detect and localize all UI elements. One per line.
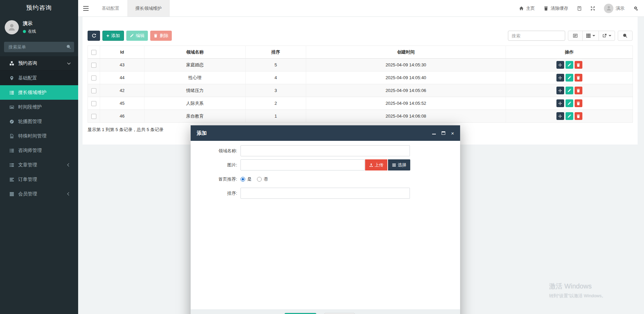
sidebar-item-label: 会员管理 (18, 191, 37, 197)
refresh-icon (92, 33, 96, 38)
row-delete-button[interactable] (575, 99, 582, 107)
close-icon[interactable]: × (451, 131, 454, 136)
detail-view-button[interactable] (568, 31, 583, 41)
recommend-no-option[interactable]: 否 (257, 176, 268, 182)
table-row[interactable]: 46 亲自教育 1 2025-04-09 14:06:08 (88, 110, 633, 123)
recommend-yes-option[interactable]: 是 (240, 176, 252, 182)
sidebar-item-timeslot[interactable]: 时间段维护 (0, 100, 78, 114)
radio-selected-icon[interactable] (240, 177, 245, 182)
user-avatar (5, 20, 19, 34)
row-delete-button[interactable] (575, 61, 582, 69)
table-search-input[interactable] (508, 31, 565, 41)
maximize-icon[interactable] (442, 131, 445, 135)
sidebar-toggle-button[interactable] (78, 0, 94, 17)
drag-sort-button[interactable] (556, 87, 564, 94)
fullscreen-button[interactable] (590, 6, 595, 11)
upload-button[interactable]: 上传 (365, 159, 387, 170)
row-checkbox[interactable] (91, 75, 96, 81)
row-checkbox[interactable] (91, 114, 96, 119)
export-dropdown-button[interactable] (599, 31, 615, 41)
form-row-recommend: 首页推荐: 是 否 (197, 174, 453, 185)
row-edit-button[interactable] (566, 61, 573, 69)
tab-basic-config[interactable]: 基础配置 (94, 0, 127, 17)
row-edit-button[interactable] (566, 112, 573, 120)
topbar: 基础配置 擅长领域维护 主页 清除缓存 演示 (78, 0, 644, 17)
topbar-user[interactable]: 演示 (604, 4, 624, 13)
tab-domain-maintenance[interactable]: 擅长领域维护 (127, 0, 170, 17)
topbar-avatar (604, 4, 613, 13)
sidebar-item-consultant[interactable]: 咨询师管理 (0, 143, 78, 158)
column-header-created[interactable]: 创建时间 (306, 46, 506, 59)
sidebar-item-basic-config[interactable]: 基础配置 (0, 71, 78, 85)
image-field[interactable] (240, 159, 365, 170)
cell-name: 家庭婚恋 (144, 59, 246, 71)
table-row[interactable]: 42 情绪压力 3 2025-04-09 14:05:06 (88, 84, 633, 97)
minimize-icon[interactable] (432, 132, 436, 134)
dialog-titlebar[interactable]: 添加 × (191, 125, 460, 141)
row-checkbox[interactable] (91, 101, 96, 106)
row-delete-button[interactable] (575, 112, 582, 120)
cell-created: 2025-04-09 14:06:08 (306, 110, 506, 123)
refresh-button[interactable] (88, 31, 100, 41)
cell-sort: 5 (246, 59, 306, 71)
sidebar-item-appointment[interactable]: 预约咨询 (0, 56, 78, 71)
sidebar-item-member[interactable]: 会员管理 (0, 187, 78, 201)
user-info: 演示 在线 (23, 21, 36, 34)
user-status: 在线 (23, 29, 36, 34)
name-field[interactable] (240, 145, 410, 156)
settings-button[interactable] (633, 6, 638, 11)
sidebar-item-article[interactable]: 文章管理 (0, 158, 78, 172)
sidebar-item-label: 轮播图管理 (18, 119, 42, 125)
add-button[interactable]: + 添加 (102, 31, 124, 41)
cell-name: 亲自教育 (144, 110, 246, 123)
table-row[interactable]: 45 人际关系 2 2025-04-09 14:05:52 (88, 97, 633, 110)
choose-button[interactable]: 选择 (388, 159, 410, 170)
pencil-icon (567, 63, 571, 67)
chevron-left-icon (67, 192, 71, 196)
pencil-icon (567, 89, 571, 93)
list-icon (9, 163, 14, 167)
select-all-checkbox[interactable] (91, 50, 96, 55)
column-header-sort[interactable]: 排序 (246, 46, 306, 59)
table-row[interactable]: 44 性心理 4 2025-04-09 14:05:40 (88, 71, 633, 84)
column-header-id[interactable]: Id (100, 46, 144, 59)
cell-created: 2025-04-09 14:05:30 (306, 59, 506, 71)
row-edit-button[interactable] (566, 74, 573, 82)
home-button[interactable]: 主页 (519, 5, 535, 11)
row-delete-button[interactable] (575, 87, 582, 94)
row-checkbox[interactable] (91, 63, 96, 68)
drag-sort-button[interactable] (556, 74, 564, 82)
menu-search-input[interactable] (4, 42, 74, 52)
clear-cache-label: 清除缓存 (551, 5, 568, 11)
drag-sort-button[interactable] (556, 99, 564, 107)
search-toggle-button[interactable] (618, 31, 633, 41)
column-header-name[interactable]: 领域名称 (144, 46, 246, 59)
clear-cache-button[interactable]: 清除缓存 (544, 5, 568, 11)
sidebar-item-special-time[interactable]: 特殊时间管理 (0, 129, 78, 143)
app-title: 预约咨询 (0, 0, 78, 15)
chevron-down-icon (67, 61, 71, 65)
row-checkbox[interactable] (91, 88, 96, 93)
drag-sort-button[interactable] (556, 112, 564, 120)
row-edit-button[interactable] (566, 99, 573, 107)
select-all-cell (88, 46, 100, 59)
sidebar-item-domain-maintenance[interactable]: 擅长领域维护 (0, 85, 78, 100)
sidebar-item-order[interactable]: 订单管理 (0, 172, 78, 187)
row-edit-button[interactable] (566, 87, 573, 94)
delete-button[interactable]: 删除 (150, 31, 172, 41)
sort-field[interactable] (240, 188, 410, 199)
form-row-image: 图片: 上传 选择 (197, 159, 453, 170)
language-button[interactable] (577, 6, 582, 11)
pencil-icon (567, 76, 571, 80)
edit-button[interactable]: 编辑 (126, 31, 148, 41)
drag-sort-button[interactable] (556, 61, 564, 69)
map-marker-icon (9, 76, 14, 81)
radio-unselected-icon[interactable] (257, 177, 262, 182)
table-header-row: Id 领域名称 排序 创建时间 操作 (88, 46, 633, 59)
row-delete-button[interactable] (575, 74, 582, 82)
hamburger-icon (83, 6, 89, 11)
table-row[interactable]: 43 家庭婚恋 5 2025-04-09 14:05:30 (88, 59, 633, 71)
upload-icon (369, 163, 373, 167)
columns-dropdown-button[interactable] (582, 31, 599, 41)
sidebar-item-carousel[interactable]: 轮播图管理 (0, 114, 78, 129)
